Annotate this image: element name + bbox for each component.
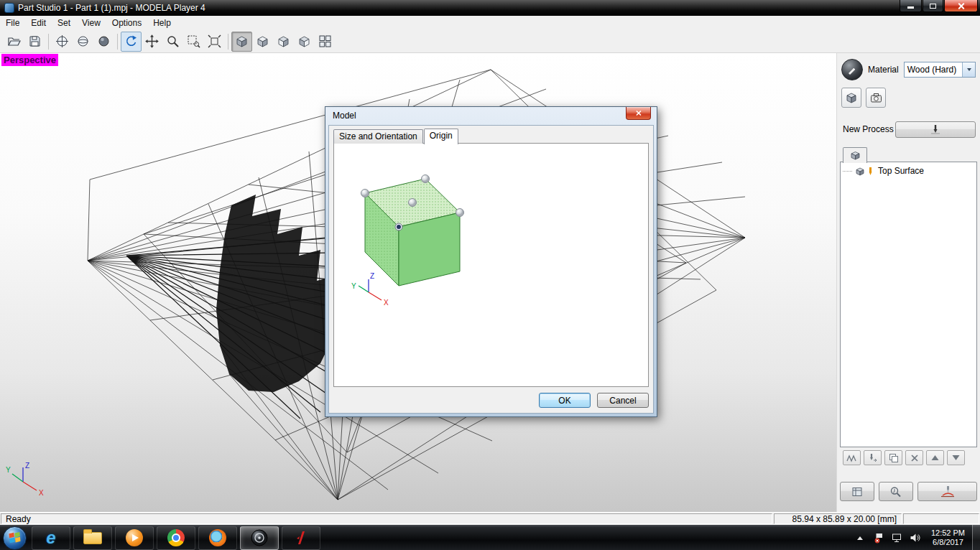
pan-view-button[interactable] [142,32,162,52]
show-hidden-icons-button[interactable] [857,536,863,540]
material-row: Material Wood (Hard) [841,59,976,80]
start-cutting-button[interactable] [917,482,977,501]
fit-icon [208,34,221,48]
cutting-tool-icon [929,123,942,135]
statusbar-message: Ready [1,513,772,524]
show-desktop-button[interactable] [972,525,980,550]
dialog-body: Size and Orientation Origin [328,125,654,414]
perspective-label: Perspective [1,54,58,66]
taskbar-item-internet-explorer[interactable]: e [32,526,70,550]
camera-capture-button[interactable] [866,88,886,108]
titlebar[interactable]: Part Studio 1 - Part 1 (1).mpj - MODELA … [0,0,980,16]
display-buttons-row [841,88,886,108]
view-perspective-button[interactable] [231,32,252,52]
sphere-equator-icon [76,34,90,48]
toolbar-separator [228,34,228,50]
start-button[interactable] [3,526,27,550]
corner-grip[interactable] [456,209,464,217]
view-side-button[interactable] [294,32,315,52]
fit-view-button[interactable] [204,32,225,52]
axis-x-label: X [384,299,389,307]
process-list-tab[interactable] [843,147,867,163]
tree-item-top-surface[interactable]: Top Surface [841,162,976,176]
taskbar-clock[interactable]: 12:52 PM 6/8/2017 [931,528,965,547]
open-button[interactable] [4,32,24,52]
zoom-window-button[interactable] [183,32,204,52]
new-process-button[interactable] [895,121,976,138]
zoom-view-button[interactable] [162,32,183,52]
move-down-button[interactable] [947,450,965,465]
create-toolpath-button[interactable] [843,450,861,465]
view-top-button[interactable] [252,32,273,52]
modela-player-icon [251,529,268,546]
window-title: Part Studio 1 - Part 1 (1).mpj - MODELA … [18,3,900,13]
process-toolbar [843,450,976,466]
edit-material-button[interactable] [841,59,863,80]
check-toolpath-button[interactable] [879,482,913,501]
red-slash-icon [292,529,310,546]
dialog-close-button[interactable] [626,107,651,120]
volume-icon[interactable] [910,533,920,543]
center-grip[interactable] [409,199,417,207]
tab-origin[interactable]: Origin [424,129,458,144]
save-button[interactable] [24,32,45,52]
delete-process-button[interactable] [905,450,923,465]
taskbar-item-explorer[interactable] [73,526,112,550]
ok-button[interactable]: OK [539,393,591,408]
close-button[interactable] [944,0,978,12]
tab-size-and-orientation[interactable]: Size and Orientation [333,129,423,144]
cancel-button[interactable]: Cancel [597,393,649,408]
taskbar-item-media-player[interactable] [115,526,154,550]
model-view-button[interactable] [841,88,861,108]
cube-icon [256,34,269,48]
network-icon[interactable] [892,533,902,543]
taskbar-item-firefox[interactable] [198,526,237,550]
view-quad-button[interactable] [315,32,336,52]
save-icon [28,34,42,48]
move-up-button[interactable] [926,450,944,465]
cube-icon [850,150,861,161]
render-wireframe-button[interactable] [52,32,73,52]
menu-edit[interactable]: Edit [25,16,52,30]
statusbar: Ready 85.94 x 85.89 x 20.00 [mm] [0,512,980,525]
menu-options[interactable]: Options [106,16,147,30]
windows-logo-icon [9,532,21,544]
statusbar-dimensions: 85.94 x 85.89 x 20.00 [mm] [774,513,902,524]
view-front-button[interactable] [273,32,294,52]
dropdown-arrow-button[interactable] [962,62,975,77]
copy-process-button[interactable] [884,450,902,465]
taskbar-item-chrome[interactable] [157,526,195,550]
close-icon [910,454,919,462]
preview-cutting-button[interactable] [840,482,874,501]
process-sidebar: Material Wood (Hard) New Process [836,53,980,512]
sphere-shaded-icon [97,34,111,48]
maximize-button[interactable] [923,0,943,12]
edit-process-button[interactable] [864,450,882,465]
taskbar: e 12:52 PM 6/8/2017 [0,525,980,550]
cube-icon [297,34,311,48]
dialog-buttons: OK Cancel [539,393,649,408]
menu-file[interactable]: File [0,16,25,30]
corner-grip[interactable] [422,175,430,183]
material-select[interactable]: Wood (Hard) [904,62,976,78]
cube-icon [855,167,865,176]
taskbar-item-virtual-modela[interactable] [282,526,320,550]
system-tray: 12:52 PM 6/8/2017 [850,525,980,550]
taskbar-item-modela-player[interactable] [240,526,279,550]
menu-set[interactable]: Set [52,16,76,30]
menu-help[interactable]: Help [147,16,177,30]
rotate-view-button[interactable] [121,32,142,52]
render-shaded-button[interactable] [93,32,114,52]
render-hidden-line-button[interactable] [73,32,93,52]
camera-icon [870,93,882,103]
clock-date: 6/8/2017 [931,538,965,547]
action-center-flag-icon[interactable] [874,532,884,544]
tool-edit-icon [867,453,878,462]
origin-preview-panel[interactable]: Z Y X [333,143,649,387]
menu-view[interactable]: View [76,16,106,30]
corner-grip[interactable] [361,190,369,197]
tool-icon [866,167,874,176]
pencil-icon [846,64,858,75]
minimize-button[interactable] [900,0,922,12]
open-folder-icon [7,34,21,48]
